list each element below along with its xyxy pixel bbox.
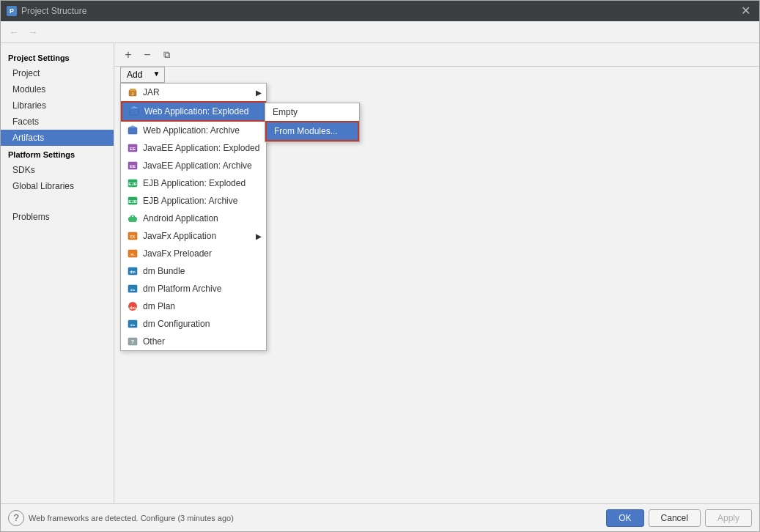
sidebar-item-project[interactable]: Project <box>1 65 114 81</box>
ejb-archive-label: EJB Application: Archive <box>143 196 237 206</box>
artifact-list: J JAR ▶ <box>120 83 267 351</box>
ejb-archive-icon: EJB <box>127 195 139 207</box>
artifact-item-dm-platform[interactable]: dm dm Platform Archive <box>121 280 266 298</box>
apply-button[interactable]: Apply <box>705 509 752 527</box>
remove-artifact-button[interactable]: − <box>139 47 155 63</box>
svg-marker-4 <box>130 106 139 108</box>
svg-rect-3 <box>130 108 139 115</box>
javafx-app-label: JavaFx Application <box>143 231 216 241</box>
dm-plan-label: dm Plan <box>143 301 175 311</box>
content-area: Project Settings Project Modules Librari… <box>1 43 759 503</box>
jar-label: JAR <box>143 87 160 97</box>
dm-platform-label: dm Platform Archive <box>143 284 221 294</box>
javaee-exploded-icon: EE <box>127 142 139 154</box>
artifact-item-javaee-exploded[interactable]: EE JavaEE Application: Exploded <box>121 139 266 157</box>
svg-point-17 <box>133 216 136 218</box>
javaee-archive-icon: EE <box>127 160 139 171</box>
web-exploded-icon <box>128 106 140 117</box>
copy-artifact-button[interactable]: ⧉ <box>158 47 174 63</box>
artifact-item-dm-plan[interactable]: dm dm Plan <box>121 298 266 315</box>
artifact-item-dm-bundle[interactable]: dm dm Bundle <box>121 262 266 280</box>
help-button[interactable]: ? <box>8 510 24 526</box>
sidebar-item-libraries[interactable]: Libraries <box>1 97 114 114</box>
javaee-exploded-label: JavaEE Application: Exploded <box>143 143 259 153</box>
svg-text:EE: EE <box>130 147 136 151</box>
sidebar-item-sdks[interactable]: SDKs <box>1 162 114 178</box>
web-archive-label: Web Application: Archive <box>143 125 240 136</box>
submenu-from-modules[interactable]: From Modules... <box>265 121 359 141</box>
title-bar-left: P Project Structure <box>7 6 86 16</box>
ejb-exploded-label: EJB Application: Exploded <box>143 178 246 188</box>
close-button[interactable]: ✕ <box>738 5 753 17</box>
artifact-item-other[interactable]: ? Other <box>121 333 266 350</box>
add-label: Add <box>127 70 142 80</box>
artifact-item-ejb-archive[interactable]: EJB EJB Application: Archive <box>121 192 266 210</box>
sidebar-item-problems[interactable]: Problems <box>1 209 114 225</box>
add-dropdown-label[interactable]: Add ▼ <box>120 67 165 83</box>
svg-rect-19 <box>136 218 138 221</box>
javafx-submenu-arrow: ▶ <box>256 232 262 240</box>
javaee-archive-label: JavaEE Application: Archive <box>143 160 252 171</box>
sidebar-item-global-libraries[interactable]: Global Libraries <box>1 178 114 194</box>
android-label: Android Application <box>143 213 218 223</box>
svg-point-16 <box>130 216 133 218</box>
artifact-item-jar[interactable]: J JAR ▶ <box>121 84 266 101</box>
svg-rect-5 <box>128 128 137 134</box>
bottom-bar: ? Web frameworks are detected. Configure… <box>1 503 759 531</box>
other-label: Other <box>143 336 165 347</box>
forward-button[interactable]: → <box>26 25 40 40</box>
svg-rect-1 <box>130 89 136 91</box>
other-icon: ? <box>127 336 139 347</box>
dm-plan-icon: dm <box>127 300 139 312</box>
svg-rect-18 <box>128 218 130 221</box>
dm-bundle-icon: dm <box>127 265 139 277</box>
add-artifact-button[interactable]: + <box>120 47 136 63</box>
sidebar-item-facets[interactable]: Facets <box>1 114 114 130</box>
dialog-title: Project Structure <box>21 6 86 16</box>
project-structure-dialog: P Project Structure ✕ ← → Project Settin… <box>0 0 760 532</box>
javafx-preloader-icon: PL <box>127 248 139 259</box>
svg-text:J: J <box>132 92 134 96</box>
title-bar: P Project Structure ✕ <box>1 1 759 21</box>
artifact-item-ejb-exploded[interactable]: EJB EJB Application: Exploded <box>121 174 266 192</box>
svg-marker-6 <box>128 125 137 128</box>
sidebar: Project Settings Project Modules Librari… <box>1 43 114 503</box>
nav-bar: ← → <box>1 21 759 43</box>
toolbar: + − ⧉ Add ▼ <box>114 43 759 67</box>
artifact-item-web-archive[interactable]: Web Application: Archive <box>121 122 266 139</box>
submenu-empty[interactable]: Empty <box>265 103 359 121</box>
web-exploded-label: Web Application: Exploded <box>144 106 249 117</box>
web-exploded-submenu: Empty From Modules... <box>265 103 360 142</box>
artifact-item-android[interactable]: Android Application <box>121 210 266 227</box>
sidebar-item-artifacts[interactable]: Artifacts <box>1 130 114 146</box>
android-icon <box>127 213 139 224</box>
artifact-item-javafx-preloader[interactable]: PL JavaFx Preloader <box>121 245 266 262</box>
svg-text:dm: dm <box>130 323 135 327</box>
ok-button[interactable]: OK <box>606 509 643 527</box>
artifact-item-javaee-archive[interactable]: EE JavaEE Application: Archive <box>121 157 266 174</box>
javafx-app-icon: FX <box>127 230 139 242</box>
svg-text:dm: dm <box>130 270 136 274</box>
platform-settings-label: Platform Settings <box>1 146 114 162</box>
artifact-item-web-exploded[interactable]: Web Application: Exploded Empty From Mod… <box>121 101 266 122</box>
dm-bundle-label: dm Bundle <box>143 266 185 276</box>
svg-text:dm: dm <box>130 306 136 310</box>
back-button[interactable]: ← <box>7 25 21 40</box>
svg-text:EJB: EJB <box>128 199 137 204</box>
web-archive-icon <box>127 125 139 136</box>
artifact-item-javafx-app[interactable]: FX JavaFx Application ▶ <box>121 227 266 245</box>
dm-platform-icon: dm <box>127 283 139 295</box>
svg-text:EJB: EJB <box>128 182 137 186</box>
svg-text:dm: dm <box>130 288 135 292</box>
dm-config-label: dm Configuration <box>143 319 210 329</box>
main-panel: + − ⧉ Add ▼ <box>114 43 759 503</box>
dialog-icon: P <box>7 6 17 16</box>
cancel-button[interactable]: Cancel <box>649 509 701 527</box>
dm-config-icon: dm <box>127 318 139 330</box>
dropdown-arrow-icon: ▼ <box>152 70 160 78</box>
jar-submenu-arrow: ▶ <box>256 89 262 97</box>
jar-icon: J <box>127 86 139 98</box>
svg-rect-15 <box>129 217 136 222</box>
sidebar-item-modules[interactable]: Modules <box>1 81 114 97</box>
artifact-item-dm-config[interactable]: dm dm Configuration <box>121 315 266 333</box>
